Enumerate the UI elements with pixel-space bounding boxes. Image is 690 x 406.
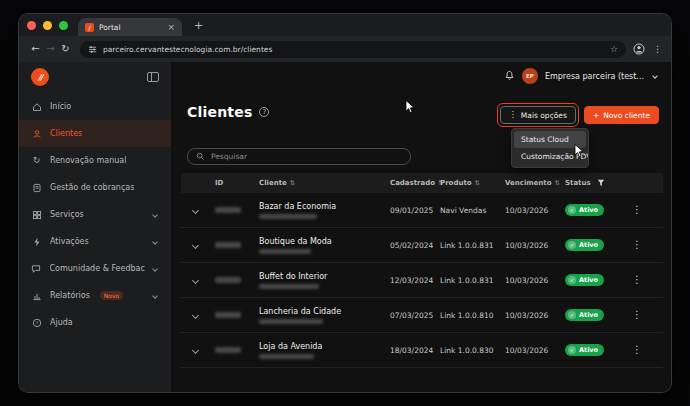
client-name: Boutique da Moda	[259, 237, 384, 246]
account-menu[interactable]: EP Empresa parceira (test...	[504, 67, 657, 85]
search-box[interactable]	[187, 148, 411, 165]
page-title: Clientes	[187, 104, 252, 120]
col-vencimento[interactable]: Vencimento⇅	[499, 179, 559, 187]
col-cliente[interactable]: Cliente⇅	[253, 179, 384, 187]
client-product: Link 1.0.0.831	[434, 276, 499, 285]
sidebar-item-label: Ajuda	[50, 318, 73, 327]
invoice-icon	[31, 183, 42, 193]
row-expand-icon[interactable]	[191, 206, 198, 213]
chevron-down-icon	[152, 293, 158, 299]
row-menu-button[interactable]: ⋮	[632, 205, 642, 215]
tab-favicon-icon: /	[85, 23, 94, 32]
check-icon: ✓	[568, 276, 576, 284]
col-id[interactable]: ID	[209, 179, 253, 187]
col-produto[interactable]: Produto⇅	[434, 179, 499, 187]
table-row[interactable]: Lancheria da Cidade 07/03/2025 Link 1.0.…	[181, 298, 663, 333]
client-created: 18/03/2024	[384, 346, 434, 355]
new-tab-button[interactable]: +	[194, 20, 203, 31]
sidebar-item-comunidade-feedback[interactable]: Comunidade & Feedback	[19, 255, 171, 282]
check-icon: ✓	[568, 346, 576, 354]
sort-icon[interactable]: ⇅	[290, 179, 295, 187]
close-window-button[interactable]	[27, 21, 36, 30]
back-icon[interactable]: ←	[28, 44, 43, 54]
site-settings-icon[interactable]	[88, 45, 97, 54]
client-id-redacted	[215, 347, 241, 353]
bookmark-star-icon[interactable]: ☆	[610, 45, 618, 54]
col-cadastrado[interactable]: Cadastrado⇅	[384, 179, 434, 187]
app-content: // Início Clientes ↻	[19, 62, 671, 393]
sidebar-item-inicio[interactable]: Início	[19, 93, 171, 120]
sidebar-item-ativacoes[interactable]: Ativações	[19, 228, 171, 255]
row-expand-icon[interactable]	[191, 311, 198, 318]
clients-table: ID Cliente⇅ Cadastrado⇅ Produto⇅ Vencime…	[181, 173, 663, 368]
new-client-button[interactable]: + Novo cliente	[584, 106, 659, 124]
sidebar-item-label: Renovação manual	[50, 156, 126, 165]
forward-icon[interactable]: →	[43, 44, 58, 54]
collapse-sidebar-icon[interactable]	[147, 72, 159, 82]
row-expand-icon[interactable]	[191, 346, 198, 353]
table-header: ID Cliente⇅ Cadastrado⇅ Produto⇅ Vencime…	[181, 173, 663, 193]
browser-menu-icon[interactable]: ⋮	[653, 45, 662, 54]
more-options-label: Mais opções	[521, 111, 567, 120]
tab-strip: / Portal × +	[19, 14, 671, 36]
row-menu-button[interactable]: ⋮	[632, 310, 642, 320]
table-row[interactable]: Boutique da Moda 05/02/2024 Link 1.0.0.8…	[181, 228, 663, 263]
client-id-redacted	[215, 242, 241, 248]
client-due-date: 10/03/2026	[499, 311, 559, 320]
menu-item-status-cloud[interactable]: Status Cloud	[514, 131, 586, 148]
table-row[interactable]: Buffet do Interior 12/03/2024 Link 1.0.0…	[181, 263, 663, 298]
svg-text:?: ?	[35, 320, 38, 325]
client-name: Bazar da Economia	[259, 202, 384, 211]
chevron-down-icon	[152, 212, 158, 218]
sidebar-item-servicos[interactable]: Serviços	[19, 201, 171, 228]
menu-item-customizacao-pdv[interactable]: Customização PDV	[514, 148, 586, 165]
minimize-window-button[interactable]	[43, 21, 52, 30]
row-expand-icon[interactable]	[191, 276, 198, 283]
main-content: EP Empresa parceira (test... Clientes ? …	[171, 62, 671, 393]
client-due-date: 10/03/2026	[499, 241, 559, 250]
row-expand-icon[interactable]	[191, 241, 198, 248]
account-name: Empresa parceira (test...	[545, 72, 644, 81]
zoom-window-button[interactable]	[59, 21, 68, 30]
sidebar-item-gestao-de-cobrancas[interactable]: Gestão de cobranças	[19, 174, 171, 201]
more-options-dropdown: Status Cloud Customização PDV	[511, 128, 589, 168]
sidebar-item-relatorios[interactable]: Relatórios Novo	[19, 282, 171, 309]
search-input[interactable]	[211, 152, 402, 161]
new-client-label: Novo cliente	[603, 111, 650, 120]
sidebar-item-clientes[interactable]: Clientes	[19, 120, 171, 147]
url-text: parceiro.cervantestecnologia.com.br/clie…	[103, 45, 604, 54]
check-icon: ✓	[568, 241, 576, 249]
client-created: 05/02/2024	[384, 241, 434, 250]
browser-tab[interactable]: / Portal ×	[78, 18, 182, 36]
plus-icon: +	[593, 111, 599, 120]
sidebar-item-ajuda[interactable]: ? Ajuda	[19, 309, 171, 336]
row-menu-button[interactable]: ⋮	[632, 240, 642, 250]
col-status[interactable]: Status	[559, 179, 611, 187]
filter-funnel-icon[interactable]	[597, 179, 605, 187]
profile-icon[interactable]	[633, 43, 645, 55]
client-doc-redacted	[259, 249, 311, 254]
address-bar[interactable]: parceiro.cervantestecnologia.com.br/clie…	[80, 41, 626, 58]
page-title-wrap: Clientes ?	[187, 104, 269, 120]
tab-close-icon[interactable]: ×	[167, 23, 175, 32]
client-id-redacted	[215, 277, 241, 283]
table-row[interactable]: Loja da Avenida 18/03/2024 Link 1.0.0.83…	[181, 333, 663, 368]
novo-badge: Novo	[100, 291, 123, 300]
chevron-down-icon	[152, 239, 158, 245]
tab-title: Portal	[99, 23, 162, 32]
sort-icon[interactable]: ⇅	[475, 179, 480, 187]
sidebar-item-renovacao-manual[interactable]: ↻ Renovação manual	[19, 147, 171, 174]
row-menu-button[interactable]: ⋮	[632, 345, 642, 355]
notifications-bell-icon[interactable]	[504, 70, 515, 82]
more-options-button[interactable]: ⋮ Mais opções	[500, 106, 576, 124]
row-menu-button[interactable]: ⋮	[632, 275, 642, 285]
browser-window: / Portal × + ← → ↻ parceiro.cervantestec…	[18, 13, 672, 393]
page-help-icon[interactable]: ?	[259, 107, 269, 117]
reload-icon[interactable]: ↻	[58, 44, 73, 54]
client-product: Link 1.0.0.810	[434, 311, 499, 320]
sidebar-nav: Início Clientes ↻ Renovação manual	[19, 88, 171, 336]
status-badge: ✓Ativo	[565, 204, 604, 216]
chat-icon	[31, 264, 42, 274]
client-product: Link 1.0.0.830	[434, 346, 499, 355]
table-row[interactable]: Bazar da Economia 09/01/2025 Navi Vendas…	[181, 193, 663, 228]
